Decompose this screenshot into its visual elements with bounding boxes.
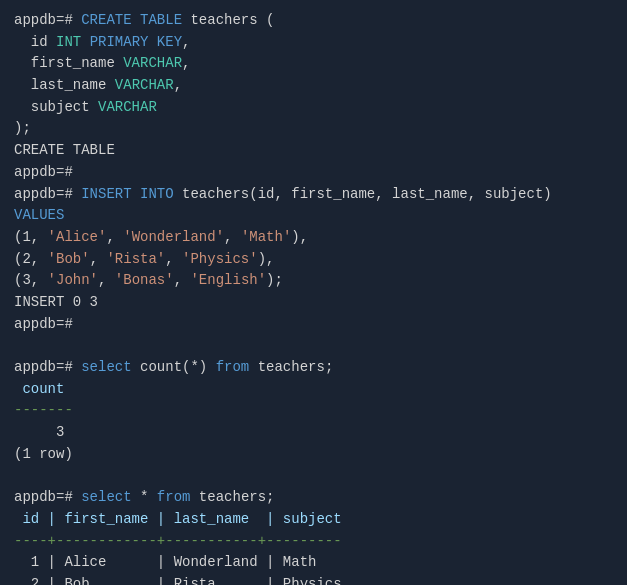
line-26: 1 | Alice | Wonderland | Math xyxy=(14,552,613,574)
text-4: last_name xyxy=(14,77,115,93)
line-10: VALUES xyxy=(14,205,613,227)
line-23: appdb=# select * from teachers; xyxy=(14,487,613,509)
text-2b xyxy=(81,34,89,50)
text-6: ); xyxy=(14,120,31,136)
prompt-5: appdb=# xyxy=(14,359,81,375)
str-math: 'Math' xyxy=(241,229,291,245)
keyword-insert: INSERT INTO xyxy=(81,186,173,202)
text-4b: , xyxy=(174,77,182,93)
line-11: (1, 'Alice', 'Wonderland', 'Math'), xyxy=(14,227,613,249)
line-13: (3, 'John', 'Bonas', 'English'); xyxy=(14,270,613,292)
text-1: teachers ( xyxy=(182,12,274,28)
type-varchar-3: VARCHAR xyxy=(98,99,157,115)
line-17: appdb=# select count(*) from teachers; xyxy=(14,357,613,379)
text-12d: ), xyxy=(258,251,275,267)
text-11a: (1, xyxy=(14,229,48,245)
text-9: teachers(id, first_name, last_name, subj… xyxy=(174,186,552,202)
keyword-from-2: from xyxy=(157,489,191,505)
result-1: CREATE TABLE xyxy=(14,142,115,158)
line-14: INSERT 0 3 xyxy=(14,292,613,314)
text-23: * xyxy=(132,489,157,505)
line-6: ); xyxy=(14,118,613,140)
text-12c: , xyxy=(165,251,182,267)
line-19: ------- xyxy=(14,400,613,422)
text-12b: , xyxy=(90,251,107,267)
text-2: id xyxy=(14,34,56,50)
data-count: 3 xyxy=(14,424,64,440)
line-4: last_name VARCHAR, xyxy=(14,75,613,97)
col-count: count xyxy=(14,381,64,397)
line-18: count xyxy=(14,379,613,401)
keyword-values: VALUES xyxy=(14,207,64,223)
col-headers: id | first_name | last_name | subject xyxy=(14,511,342,527)
prompt-4: appdb=# xyxy=(14,316,73,332)
prompt-2: appdb=# xyxy=(14,164,73,180)
type-int: INT xyxy=(56,34,81,50)
line-2: id INT PRIMARY KEY, xyxy=(14,32,613,54)
line-7: CREATE TABLE xyxy=(14,140,613,162)
str-bonas: 'Bonas' xyxy=(115,272,174,288)
line-9: appdb=# INSERT INTO teachers(id, first_n… xyxy=(14,184,613,206)
prompt-1: appdb=# xyxy=(14,12,81,28)
kw-pk: PRIMARY KEY xyxy=(90,34,182,50)
result-1row: (1 row) xyxy=(14,446,73,462)
text-13d: ); xyxy=(266,272,283,288)
text-2c: , xyxy=(182,34,190,50)
str-rista: 'Rista' xyxy=(106,251,165,267)
text-11d: ), xyxy=(291,229,308,245)
line-1: appdb=# CREATE TABLE teachers ( xyxy=(14,10,613,32)
prompt-6: appdb=# xyxy=(14,489,81,505)
str-bob: 'Bob' xyxy=(48,251,90,267)
sep-1: ------- xyxy=(14,402,73,418)
text-13c: , xyxy=(174,272,191,288)
text-17: count(*) xyxy=(132,359,216,375)
line-27: 2 | Bob | Rista | Physics xyxy=(14,574,613,585)
prompt-3: appdb=# xyxy=(14,186,81,202)
line-5: subject VARCHAR xyxy=(14,97,613,119)
type-varchar-1: VARCHAR xyxy=(123,55,182,71)
line-3: first_name VARCHAR, xyxy=(14,53,613,75)
str-english: 'English' xyxy=(190,272,266,288)
line-20: 3 xyxy=(14,422,613,444)
line-15: appdb=# xyxy=(14,314,613,336)
text-17b: teachers; xyxy=(249,359,333,375)
row-1: 1 | Alice | Wonderland | Math xyxy=(14,554,316,570)
line-16 xyxy=(14,335,613,357)
text-13a: (3, xyxy=(14,272,48,288)
type-varchar-2: VARCHAR xyxy=(115,77,174,93)
text-23b: teachers; xyxy=(190,489,274,505)
line-22 xyxy=(14,465,613,487)
text-3b: , xyxy=(182,55,190,71)
terminal: appdb=# CREATE TABLE teachers ( id INT P… xyxy=(14,10,613,585)
str-alice: 'Alice' xyxy=(48,229,107,245)
keyword-create-1: CREATE TABLE xyxy=(81,12,182,28)
str-physics: 'Physics' xyxy=(182,251,258,267)
text-5: subject xyxy=(14,99,98,115)
keyword-from-1: from xyxy=(216,359,250,375)
line-25: ----+------------+-----------+--------- xyxy=(14,531,613,553)
keyword-select-2: select xyxy=(81,489,131,505)
keyword-select-1: select xyxy=(81,359,131,375)
line-8: appdb=# xyxy=(14,162,613,184)
row-2: 2 | Bob | Rista | Physics xyxy=(14,576,342,585)
line-12: (2, 'Bob', 'Rista', 'Physics'), xyxy=(14,249,613,271)
text-13b: , xyxy=(98,272,115,288)
text-11c: , xyxy=(224,229,241,245)
str-wonderland: 'Wonderland' xyxy=(123,229,224,245)
text-11b: , xyxy=(106,229,123,245)
line-24: id | first_name | last_name | subject xyxy=(14,509,613,531)
text-3: first_name xyxy=(14,55,123,71)
sep-2: ----+------------+-----------+--------- xyxy=(14,533,342,549)
line-21: (1 row) xyxy=(14,444,613,466)
text-12a: (2, xyxy=(14,251,48,267)
result-insert: INSERT 0 3 xyxy=(14,294,98,310)
str-john: 'John' xyxy=(48,272,98,288)
